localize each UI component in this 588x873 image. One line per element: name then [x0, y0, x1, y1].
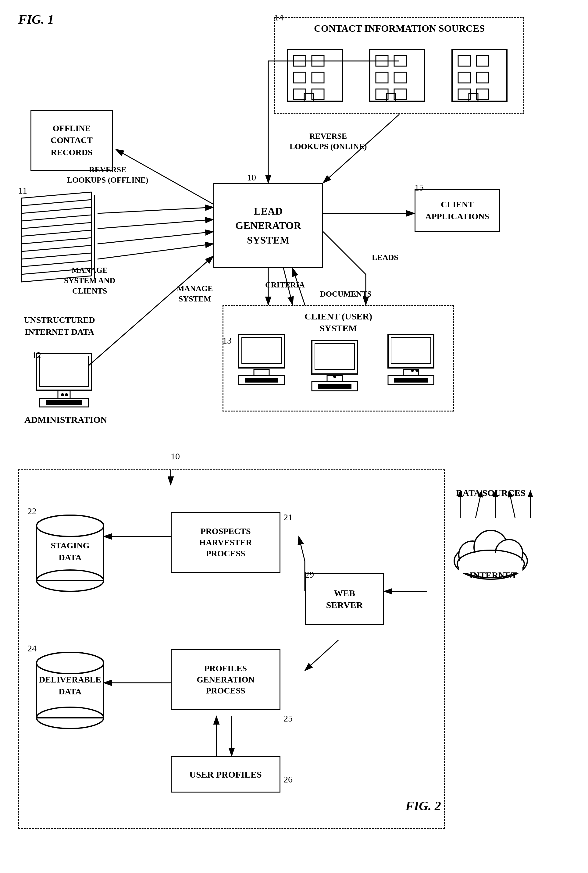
svg-line-42 — [21, 192, 92, 198]
internet-label: INTERNET — [470, 570, 517, 580]
svg-line-71 — [98, 232, 213, 244]
reverse-lookups-offline-label: REVERSE LOOKUPS (OFFLINE) — [67, 165, 148, 185]
ref-10-top: 10 — [247, 172, 256, 183]
svg-line-72 — [98, 244, 213, 259]
svg-rect-1 — [294, 56, 306, 66]
client-user-system-label: CLIENT (USER) SYSTEM — [224, 310, 453, 334]
svg-line-109 — [305, 640, 338, 670]
svg-line-43 — [21, 200, 92, 206]
svg-rect-35 — [388, 334, 434, 368]
svg-line-91 — [476, 491, 482, 518]
svg-rect-60 — [58, 391, 70, 398]
svg-line-78 — [323, 232, 366, 274]
administration-label: ADMINISTRATION — [24, 414, 94, 425]
svg-rect-62 — [46, 400, 82, 405]
client-applications-box: CLIENT APPLICATIONS — [414, 189, 500, 232]
svg-line-49 — [21, 245, 92, 252]
unstructured-internet-data-label: UNSTRUCTURED INTERNET DATA — [17, 314, 102, 338]
ref-12: 12 — [32, 350, 41, 360]
svg-rect-3 — [294, 72, 306, 83]
svg-line-93 — [509, 491, 515, 518]
leads-label: LEADS — [372, 253, 398, 262]
reverse-lookups-online-label: REVERSE LOOKUPS (ONLINE) — [290, 131, 367, 152]
offline-contact-records-box: OFFLINE CONTACT RECORDS — [30, 110, 113, 171]
admin-computer-icon — [33, 351, 94, 411]
svg-rect-16 — [452, 50, 507, 101]
svg-line-50 — [21, 253, 92, 259]
svg-line-46 — [21, 222, 92, 229]
svg-rect-24 — [238, 334, 284, 368]
criteria-label: CRITERIA — [265, 280, 305, 290]
svg-rect-59 — [40, 356, 88, 387]
ref-15: 15 — [414, 182, 424, 193]
svg-point-34 — [333, 375, 336, 378]
svg-rect-11 — [376, 72, 388, 83]
client-user-system-box: CLIENT (USER) SYSTEM — [222, 305, 454, 411]
svg-point-64 — [65, 393, 68, 396]
svg-point-40 — [411, 369, 414, 372]
documents-label: DOCUMENTS — [320, 290, 372, 299]
svg-rect-25 — [242, 338, 281, 363]
svg-rect-0 — [288, 50, 342, 101]
svg-rect-26 — [254, 369, 269, 375]
svg-rect-8 — [370, 50, 424, 101]
svg-rect-58 — [37, 354, 92, 390]
svg-rect-29 — [312, 340, 357, 374]
svg-line-44 — [21, 207, 92, 213]
svg-point-41 — [416, 369, 418, 372]
svg-rect-18 — [476, 56, 489, 66]
svg-line-70 — [98, 219, 213, 229]
ref-11: 11 — [18, 185, 27, 196]
svg-line-45 — [21, 215, 92, 221]
svg-rect-20 — [476, 72, 489, 83]
manage-system-clients-label: MANAGE SYSTEM AND CLIENTS — [64, 265, 115, 296]
svg-line-48 — [21, 238, 92, 244]
lead-generator-system-box: LEAD GENERATOR SYSTEM — [213, 183, 323, 268]
svg-rect-12 — [394, 72, 406, 83]
svg-line-47 — [21, 230, 92, 236]
svg-rect-10 — [394, 56, 406, 66]
svg-line-107 — [299, 537, 305, 561]
svg-point-63 — [61, 393, 64, 396]
svg-line-69 — [98, 207, 213, 213]
contact-information-sources-box: CONTACT INFORMATION SOURCES — [274, 17, 524, 114]
svg-rect-28 — [245, 378, 278, 382]
svg-rect-9 — [376, 56, 388, 66]
svg-rect-4 — [312, 72, 324, 83]
fig1-label: FIG. 1 — [18, 12, 54, 27]
ref-10-bot: 10 — [171, 451, 180, 462]
manage-system-label: MANAGE SYSTEM — [177, 284, 213, 304]
svg-rect-17 — [458, 56, 470, 66]
svg-rect-36 — [391, 338, 431, 363]
svg-rect-33 — [318, 384, 351, 388]
ref-14: 14 — [274, 12, 284, 22]
svg-rect-39 — [394, 378, 428, 382]
svg-rect-19 — [458, 72, 470, 83]
svg-rect-30 — [315, 344, 354, 369]
ref-13: 13 — [222, 335, 232, 346]
svg-rect-2 — [312, 56, 324, 66]
